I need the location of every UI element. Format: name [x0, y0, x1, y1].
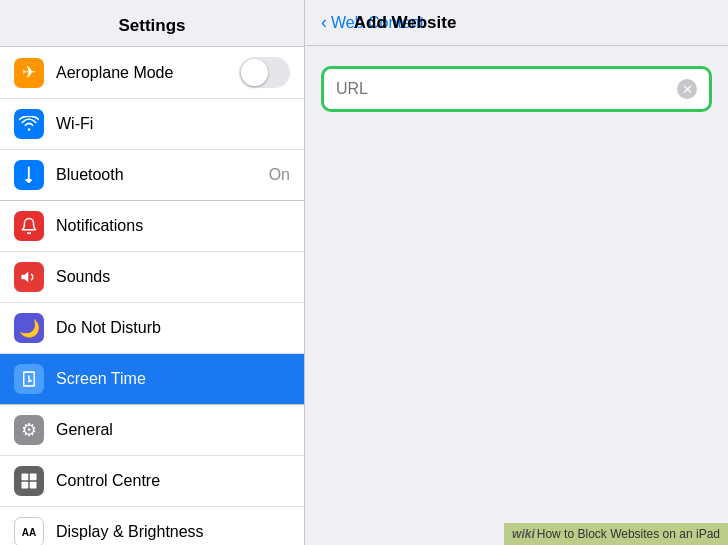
- aeroplane-label: Aeroplane Mode: [56, 64, 239, 82]
- screen-time-icon: [14, 364, 44, 394]
- sidebar-item-wifi[interactable]: Wi-Fi: [0, 99, 304, 150]
- wifi-label: Wi-Fi: [56, 115, 290, 133]
- sidebar-section-3: ⚙ General Control Centre A: [0, 405, 304, 545]
- sidebar-item-display-brightness[interactable]: AA Display & Brightness: [0, 507, 304, 545]
- sidebar-item-notifications[interactable]: Notifications: [0, 201, 304, 252]
- wifi-icon: [14, 109, 44, 139]
- display-brightness-label: Display & Brightness: [56, 523, 290, 541]
- back-chevron-icon: ‹: [321, 12, 327, 33]
- notifications-label: Notifications: [56, 217, 290, 235]
- aeroplane-icon: ✈: [14, 58, 44, 88]
- screen-time-label: Screen Time: [56, 370, 290, 388]
- sidebar-item-bluetooth[interactable]: ⭣ Bluetooth On: [0, 150, 304, 200]
- sidebar-item-screen-time[interactable]: Screen Time: [0, 354, 304, 404]
- sounds-icon: [14, 262, 44, 292]
- svg-rect-5: [22, 482, 29, 489]
- aeroplane-toggle[interactable]: [239, 57, 290, 88]
- sidebar-section-2: Notifications Sounds 🌙 Do Not Disturb: [0, 201, 304, 405]
- bluetooth-value: On: [269, 166, 290, 184]
- notifications-icon: [14, 211, 44, 241]
- general-label: General: [56, 421, 290, 439]
- right-content: ✕: [305, 46, 728, 545]
- do-not-disturb-label: Do Not Disturb: [56, 319, 290, 337]
- svg-rect-3: [22, 474, 29, 481]
- app-wrapper: Settings ✈ Aeroplane Mode: [0, 0, 728, 545]
- clear-input-button[interactable]: ✕: [677, 79, 697, 99]
- main-layout: Settings ✈ Aeroplane Mode: [0, 0, 728, 545]
- sidebar-section-1: ✈ Aeroplane Mode Wi: [0, 47, 304, 201]
- general-icon: ⚙: [14, 415, 44, 445]
- do-not-disturb-icon: 🌙: [14, 313, 44, 343]
- sidebar-item-sounds[interactable]: Sounds: [0, 252, 304, 303]
- sidebar-item-do-not-disturb[interactable]: 🌙 Do Not Disturb: [0, 303, 304, 354]
- right-panel: ‹ Web Content Add Website ✕: [305, 0, 728, 545]
- url-input-container: ✕: [321, 66, 712, 112]
- sidebar-item-control-centre[interactable]: Control Centre: [0, 456, 304, 507]
- toggle-knob: [241, 59, 268, 86]
- watermark-text: How to Block Websites on an iPad: [537, 527, 720, 541]
- sidebar-item-general[interactable]: ⚙ General: [0, 405, 304, 456]
- bluetooth-label: Bluetooth: [56, 166, 269, 184]
- bluetooth-icon: ⭣: [14, 160, 44, 190]
- svg-marker-0: [22, 272, 29, 283]
- sidebar: Settings ✈ Aeroplane Mode: [0, 0, 305, 545]
- control-centre-label: Control Centre: [56, 472, 290, 490]
- sidebar-title: Settings: [0, 0, 304, 47]
- svg-rect-6: [30, 482, 37, 489]
- watermark: wiki How to Block Websites on an iPad: [504, 523, 728, 545]
- display-brightness-icon: AA: [14, 517, 44, 545]
- right-panel-title: Add Website: [354, 13, 457, 33]
- svg-rect-4: [30, 474, 37, 481]
- url-input[interactable]: [336, 80, 677, 98]
- sounds-label: Sounds: [56, 268, 290, 286]
- sidebar-item-aeroplane-mode[interactable]: ✈ Aeroplane Mode: [0, 47, 304, 99]
- right-header: ‹ Web Content Add Website: [305, 0, 728, 46]
- control-centre-icon: [14, 466, 44, 496]
- svg-point-2: [28, 380, 30, 382]
- watermark-wiki: wiki: [512, 527, 535, 541]
